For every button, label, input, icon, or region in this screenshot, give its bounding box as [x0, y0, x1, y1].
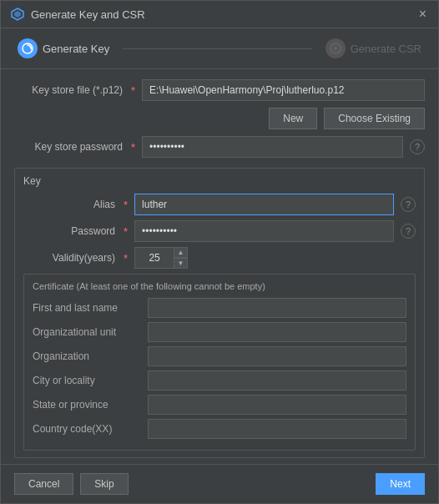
step2-icon	[330, 43, 341, 54]
certificate-section: Certificate (At least one of the followi…	[23, 274, 416, 451]
step2-label: Generate CSR	[351, 43, 421, 55]
app-icon	[11, 8, 24, 21]
spinner-buttons: ▲ ▼	[174, 247, 188, 269]
keystore-password-label: Key store password	[14, 141, 123, 153]
keystore-password-row: Key store password * ?	[14, 136, 425, 158]
validity-required: *	[124, 252, 128, 265]
alias-label: Alias	[23, 199, 115, 210]
title-bar: Generate Key and CSR ×	[1, 1, 438, 28]
cert-label-1: Organizational unit	[33, 326, 141, 338]
dialog-title: Generate Key and CSR	[31, 8, 145, 21]
keystore-file-row: Key store file (*.p12) *	[14, 79, 425, 101]
validity-spinner: ▲ ▼	[134, 247, 188, 269]
validity-label: Validity(years)	[23, 252, 115, 264]
key-password-row: Password * ?	[23, 220, 416, 242]
footer-left-buttons: Cancel Skip	[14, 473, 129, 495]
title-bar-left: Generate Key and CSR	[11, 8, 145, 21]
svg-point-5	[334, 47, 337, 50]
cancel-button[interactable]: Cancel	[14, 473, 73, 495]
spinner-down-btn[interactable]: ▼	[174, 258, 188, 269]
password-required: *	[131, 141, 135, 154]
close-button[interactable]: ×	[417, 8, 428, 21]
alias-required: *	[124, 199, 128, 211]
cert-label-0: First and last name	[33, 302, 141, 314]
cert-row-5: Country code(XX)	[33, 419, 406, 439]
cert-label-5: Country code(XX)	[33, 423, 141, 435]
key-password-label: Password	[23, 225, 115, 237]
cert-label-3: City or locality	[33, 375, 141, 386]
cert-row-0: First and last name	[33, 298, 406, 318]
keystore-file-input[interactable]	[142, 79, 425, 101]
cert-input-org[interactable]	[148, 346, 406, 366]
cert-section-title: Certificate (At least one of the followi…	[33, 281, 406, 291]
step1-icon	[22, 43, 33, 54]
main-content: Key store file (*.p12) * New Choose Exis…	[1, 69, 438, 464]
new-button[interactable]: New	[269, 108, 317, 129]
keystore-password-input[interactable]	[142, 136, 403, 158]
alias-input[interactable]	[134, 194, 394, 215]
cert-input-country[interactable]	[148, 419, 406, 439]
cert-input-first-last-name[interactable]	[148, 298, 406, 318]
cert-row-1: Organizational unit	[33, 322, 406, 342]
key-password-help-icon[interactable]: ?	[401, 224, 416, 239]
cert-label-2: Organization	[33, 350, 141, 362]
next-button[interactable]: Next	[376, 473, 425, 495]
step1-label: Generate Key	[43, 43, 109, 55]
cert-row-2: Organization	[33, 346, 406, 366]
key-section: Key Alias * ? Password * ? Validity(year…	[14, 168, 425, 458]
step-generate-csr: Generate CSR	[325, 38, 421, 58]
cert-input-city[interactable]	[148, 370, 406, 391]
keystore-file-label: Key store file (*.p12)	[14, 84, 123, 96]
choose-existing-button[interactable]: Choose Existing	[324, 108, 425, 129]
file-btn-row: New Choose Existing	[129, 108, 425, 129]
svg-marker-1	[14, 11, 21, 18]
cert-row-3: City or locality	[33, 370, 406, 391]
key-section-title: Key	[23, 175, 416, 187]
cert-label-4: State or province	[33, 399, 141, 411]
cert-row-4: State or province	[33, 395, 406, 415]
step2-circle	[325, 38, 346, 58]
key-password-input[interactable]	[134, 220, 394, 242]
dialog-footer: Cancel Skip Next	[1, 464, 438, 503]
validity-row: Validity(years) * ▲ ▼	[23, 247, 416, 269]
skip-button[interactable]: Skip	[80, 473, 128, 495]
alias-help-icon[interactable]: ?	[401, 197, 416, 212]
spinner-up-btn[interactable]: ▲	[174, 247, 188, 258]
password-help-icon[interactable]: ?	[410, 139, 425, 154]
cert-input-state[interactable]	[148, 395, 406, 415]
wizard-steps: Generate Key Generate CSR	[1, 28, 438, 69]
step-generate-key: Generate Key	[18, 38, 109, 58]
validity-input[interactable]	[134, 247, 174, 269]
file-required: *	[131, 84, 135, 97]
step-connector	[123, 48, 312, 49]
cert-input-org-unit[interactable]	[148, 322, 406, 342]
generate-key-csr-dialog: Generate Key and CSR × Generate Key	[0, 0, 439, 504]
key-password-required: *	[124, 225, 128, 238]
alias-row: Alias * ?	[23, 194, 416, 215]
step1-circle	[18, 38, 38, 58]
